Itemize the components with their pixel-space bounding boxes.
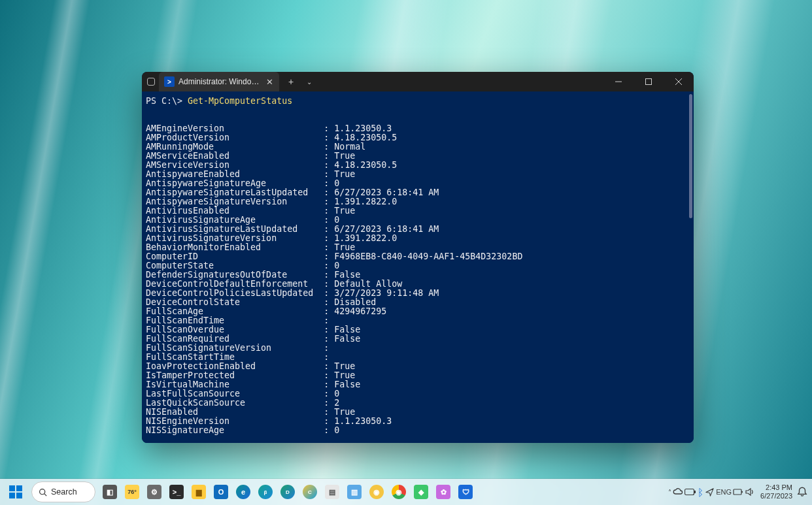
- terminal-body[interactable]: PS C:\> Get-MpComputerStatus AMEngineVer…: [142, 91, 694, 443]
- svg-point-4: [40, 489, 45, 494]
- edge-dev-button[interactable]: D: [277, 481, 298, 502]
- start-button[interactable]: [4, 481, 27, 502]
- prompt-command: Get-MpComputerStatus: [188, 96, 292, 106]
- svg-rect-9: [741, 491, 743, 493]
- svg-rect-1: [646, 79, 652, 85]
- scrollbar-thumb[interactable]: [689, 94, 692, 218]
- language-indicator[interactable]: ENG: [716, 488, 732, 496]
- chrome-canary-button[interactable]: ◉: [366, 481, 387, 502]
- edge-beta-button[interactable]: β: [255, 481, 276, 502]
- tab-dropdown-button[interactable]: ⌄: [300, 72, 318, 91]
- search-icon: [39, 488, 47, 497]
- svg-rect-7: [694, 491, 696, 493]
- svg-rect-8: [734, 489, 741, 495]
- clock[interactable]: 2:43 PM 6/27/2023: [760, 483, 792, 500]
- clock-time: 2:43 PM: [760, 483, 792, 492]
- outlook-button[interactable]: O: [211, 481, 231, 502]
- taskbar-search[interactable]: Search: [31, 481, 95, 502]
- onedrive-icon[interactable]: [673, 487, 683, 497]
- weather-button[interactable]: 76°: [122, 481, 143, 502]
- app-icon: [147, 78, 155, 86]
- minimize-button[interactable]: [603, 72, 634, 91]
- tab-powershell[interactable]: Administrator: Windows Powe ✕: [159, 72, 279, 91]
- clock-date: 6/27/2023: [760, 492, 792, 500]
- app-generic-3[interactable]: ✿: [433, 481, 454, 502]
- notifications-button[interactable]: [796, 486, 808, 498]
- volume-icon[interactable]: [745, 487, 755, 497]
- nearshare-icon[interactable]: [705, 487, 715, 497]
- file-explorer-button[interactable]: ▆: [188, 481, 209, 502]
- search-label: Search: [51, 487, 77, 497]
- tray-overflow-button[interactable]: ˄: [668, 489, 671, 496]
- svg-line-5: [44, 493, 46, 495]
- desktop: Administrator: Windows Powe ✕ + ⌄: [0, 0, 812, 505]
- maximize-button[interactable]: [634, 72, 664, 91]
- network-icon[interactable]: [733, 487, 743, 497]
- settings-button[interactable]: ⚙: [144, 481, 165, 502]
- close-button[interactable]: [664, 72, 694, 91]
- defender-button[interactable]: 🛡: [455, 481, 476, 502]
- tab-title: Administrator: Windows Powe: [178, 77, 261, 86]
- svg-rect-6: [685, 489, 694, 495]
- new-tab-button[interactable]: +: [282, 72, 300, 91]
- output-block: AMEngineVersion : 1.1.23050.3 AMProductV…: [146, 124, 690, 435]
- bluetooth-icon[interactable]: ᛒ: [698, 487, 703, 498]
- edge-button[interactable]: e: [233, 481, 254, 502]
- terminal-window: Administrator: Windows Powe ✕ + ⌄: [142, 72, 694, 443]
- battery-icon[interactable]: [685, 488, 696, 496]
- command-line: PS C:\> Get-MpComputerStatus: [146, 97, 690, 106]
- edge-canary-button[interactable]: C: [299, 481, 320, 502]
- titlebar[interactable]: Administrator: Windows Powe ✕ + ⌄: [142, 72, 694, 91]
- windows-logo-icon: [9, 485, 22, 498]
- chrome-button[interactable]: ◉: [388, 481, 409, 502]
- prompt-prefix: PS C:\>: [146, 96, 188, 106]
- tab-close-button[interactable]: ✕: [263, 76, 275, 88]
- app-generic-2[interactable]: ◆: [411, 481, 431, 502]
- task-view-button[interactable]: ◧: [99, 481, 120, 502]
- terminal-pinned[interactable]: >_: [166, 481, 187, 502]
- powershell-icon: [164, 76, 175, 87]
- taskbar: Search ◧ 76° ⚙ >_ ▆ O e β D C ▤ ▥ ◉ ◉ ◆ …: [0, 479, 812, 505]
- app-generic-1[interactable]: ▤: [322, 481, 343, 502]
- notepad-button[interactable]: ▥: [344, 481, 365, 502]
